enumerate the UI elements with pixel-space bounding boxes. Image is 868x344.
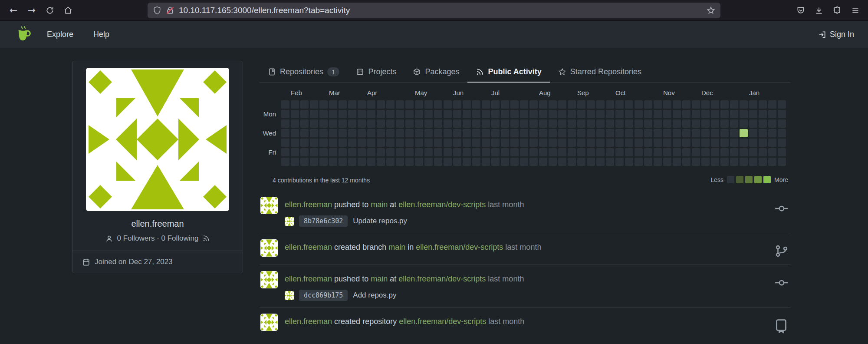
tab-repositories[interactable]: Repositories 1 bbox=[260, 61, 348, 83]
tracking-shield-icon[interactable] bbox=[153, 6, 161, 15]
url-bar[interactable]: 10.10.117.165:3000/ellen.freeman?tab=act… bbox=[148, 3, 720, 18]
contribution-cell bbox=[730, 139, 738, 147]
insecure-lock-icon[interactable] bbox=[166, 6, 174, 15]
nav-link-explore[interactable]: Explore bbox=[47, 30, 73, 39]
contribution-cell bbox=[415, 148, 423, 156]
contribution-cell bbox=[482, 110, 490, 118]
profile-username: ellen.freeman bbox=[72, 219, 243, 229]
user-avatar[interactable] bbox=[260, 197, 278, 214]
contribution-cell bbox=[749, 139, 757, 147]
user-avatar[interactable] bbox=[260, 314, 278, 331]
contribution-cell bbox=[768, 129, 776, 137]
contribution-cell bbox=[415, 139, 423, 147]
activity-time: last month bbox=[488, 200, 524, 209]
follow-counts[interactable]: 0 Followers · 0 Following bbox=[117, 234, 198, 243]
contribution-cell bbox=[654, 119, 662, 128]
pocket-button[interactable] bbox=[792, 2, 810, 19]
contribution-cell bbox=[463, 119, 471, 128]
sign-in-button[interactable]: Sign In bbox=[818, 30, 854, 39]
contribution-cell bbox=[749, 119, 757, 128]
contribution-cell bbox=[386, 148, 395, 156]
profile-avatar[interactable] bbox=[86, 68, 229, 211]
forward-button[interactable]: → bbox=[23, 2, 41, 19]
contribution-cell bbox=[415, 100, 423, 109]
contribution-cell bbox=[635, 119, 643, 128]
user-avatar[interactable] bbox=[260, 271, 278, 288]
contribution-cell bbox=[549, 110, 557, 118]
activity-item-branch: ellen.freeman created branch main in ell… bbox=[260, 233, 791, 265]
contribution-cell bbox=[529, 158, 538, 166]
branch-link[interactable]: main bbox=[388, 243, 405, 251]
contribution-cell bbox=[396, 110, 404, 118]
legend-cell bbox=[736, 176, 743, 183]
user-avatar[interactable] bbox=[260, 239, 278, 257]
tab-public-activity[interactable]: Public Activity bbox=[467, 61, 549, 83]
contribution-cell bbox=[329, 148, 337, 156]
contribution-cell bbox=[682, 129, 690, 137]
contribution-cell bbox=[510, 158, 519, 166]
contribution-cell bbox=[300, 119, 309, 128]
contribution-cell bbox=[348, 158, 356, 166]
activity-connector: at bbox=[390, 200, 396, 209]
tab-packages[interactable]: Packages bbox=[404, 61, 467, 83]
contribution-cell bbox=[463, 110, 471, 118]
contribution-cell bbox=[348, 110, 356, 118]
menu-button[interactable] bbox=[846, 2, 865, 19]
contribution-cell bbox=[396, 139, 404, 147]
contribution-cell bbox=[472, 129, 480, 137]
user-link[interactable]: ellen.freeman bbox=[285, 200, 332, 209]
tab-starred-repositories[interactable]: Starred Repositories bbox=[550, 61, 650, 83]
activity-action: created repository bbox=[334, 317, 397, 326]
gitea-logo-icon[interactable] bbox=[14, 26, 32, 44]
contribution-cell bbox=[701, 119, 710, 128]
heatmap-month-label: Jun bbox=[453, 89, 464, 96]
contribution-cell bbox=[568, 158, 576, 166]
contribution-cell bbox=[615, 119, 624, 128]
contribution-cell bbox=[606, 100, 614, 109]
repo-count-badge: 1 bbox=[327, 67, 339, 76]
bookmark-star-icon[interactable] bbox=[707, 6, 715, 15]
contribution-cell bbox=[520, 139, 528, 147]
contribution-cell bbox=[281, 119, 289, 128]
heatmap-month-label: Jan bbox=[749, 89, 760, 96]
contribution-cell bbox=[711, 158, 719, 166]
contribution-cell bbox=[692, 119, 700, 128]
rss-icon[interactable] bbox=[202, 235, 210, 242]
contribution-cell bbox=[434, 100, 442, 109]
nav-link-help[interactable]: Help bbox=[93, 30, 109, 39]
tab-label: Packages bbox=[425, 67, 459, 76]
extensions-button[interactable] bbox=[828, 2, 846, 19]
contribution-cell bbox=[587, 158, 595, 166]
downloads-button[interactable] bbox=[810, 2, 828, 19]
url-text[interactable]: 10.10.117.165:3000/ellen.freeman?tab=act… bbox=[179, 6, 707, 15]
refresh-button[interactable] bbox=[41, 2, 59, 19]
contribution-cell bbox=[682, 119, 690, 128]
contribution-cell bbox=[768, 119, 776, 128]
contribution-cell bbox=[778, 148, 786, 156]
tab-projects[interactable]: Projects bbox=[348, 61, 404, 83]
user-link[interactable]: ellen.freeman bbox=[285, 317, 332, 326]
repo-link[interactable]: ellen.freeman/dev-scripts bbox=[416, 243, 503, 251]
home-button[interactable] bbox=[59, 2, 77, 19]
back-button[interactable]: ← bbox=[4, 2, 23, 19]
repo-link[interactable]: ellen.freeman/dev-scripts bbox=[399, 317, 486, 326]
activity-time: last month bbox=[488, 317, 524, 326]
tab-label: Projects bbox=[368, 67, 396, 76]
contribution-grid bbox=[281, 100, 786, 166]
heatmap-month-label: Mar bbox=[329, 89, 340, 96]
profile-joined-row: Joined on Dec 27, 2023 bbox=[72, 251, 243, 273]
user-link[interactable]: ellen.freeman bbox=[285, 243, 332, 251]
heatmap-month-label: Sep bbox=[577, 89, 589, 96]
branch-link[interactable]: main bbox=[371, 275, 388, 283]
contribution-cell bbox=[434, 148, 442, 156]
commit-hash-link[interactable]: dcc869b175 bbox=[299, 290, 348, 301]
contribution-cell bbox=[358, 139, 366, 147]
repo-link[interactable]: ellen.freeman/dev-scripts bbox=[398, 200, 486, 209]
user-link[interactable]: ellen.freeman bbox=[285, 275, 332, 283]
contribution-cell bbox=[568, 119, 576, 128]
branch-link[interactable]: main bbox=[371, 200, 388, 209]
commit-hash-link[interactable]: 8b78e6c302 bbox=[299, 215, 348, 227]
commit-row: 8b78e6c302 Update repos.py bbox=[285, 215, 767, 227]
contribution-cell bbox=[444, 158, 452, 166]
repo-link[interactable]: ellen.freeman/dev-scripts bbox=[398, 275, 486, 283]
